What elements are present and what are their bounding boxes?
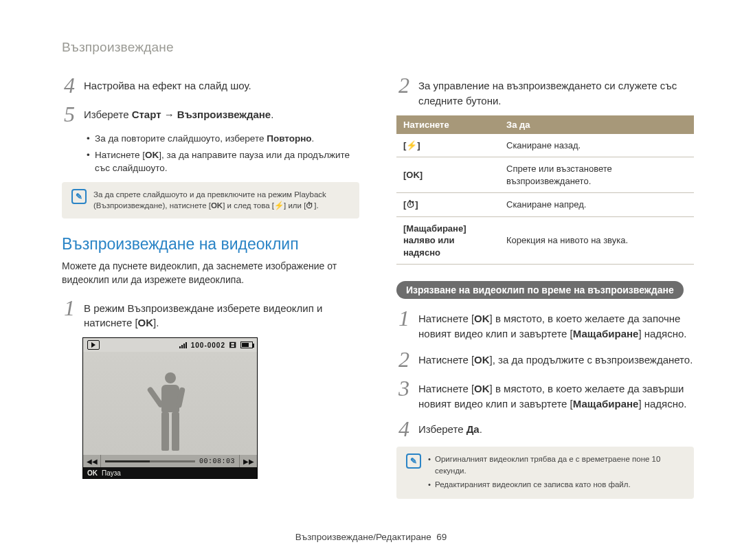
step-text: Натиснете [OK], за да продължите с възпр… bbox=[418, 348, 693, 370]
step-number: 2 bbox=[396, 348, 412, 370]
note-item: Оригиналният видеоклип трябва да е с вре… bbox=[428, 453, 684, 476]
text: Натиснете [ bbox=[95, 150, 145, 160]
step-text: Натиснете [OK] в мястото, в което желает… bbox=[418, 307, 694, 341]
bold-text: Мащабиране bbox=[573, 328, 639, 339]
sub-bullets: За да повторите слайдшоуто, изберете Пов… bbox=[87, 132, 359, 175]
table-row: [⚡] Сканиране назад. bbox=[396, 134, 694, 157]
note-box: ✎ За да спрете слайдшоуто и да превключи… bbox=[62, 182, 359, 219]
table-row: [OK] Спрете или възстановете възпроизвеж… bbox=[396, 157, 694, 193]
trim-step-3: 3 Натиснете [OK] в мястото, в което жела… bbox=[396, 377, 694, 412]
trim-step-4: 4 Изберете Да. bbox=[396, 418, 694, 440]
text: . bbox=[480, 423, 482, 435]
step-5: 5 Изберете Старт → Възпроизвеждане. bbox=[62, 103, 359, 125]
step-text: За управление на възпроизвеждането си сл… bbox=[418, 74, 694, 109]
table-header: За да bbox=[499, 115, 694, 134]
step-number: 3 bbox=[396, 377, 412, 412]
bold-text: Възпроизвеждане bbox=[177, 109, 271, 120]
section-header: Възпроизвеждане bbox=[62, 40, 694, 55]
controls-table: Натиснете За да [⚡] Сканиране назад. [OK… bbox=[396, 115, 694, 265]
two-column-layout: 4 Настройва на ефект на слайд шоу. 5 Изб… bbox=[62, 74, 694, 515]
subsection-heading: Възпроизвеждане на видеоклип bbox=[62, 235, 359, 254]
action-cell: Сканиране назад. bbox=[499, 134, 694, 157]
ok-glyph: OK bbox=[474, 383, 490, 394]
step-text: Изберете Старт → Възпроизвеждане. bbox=[84, 103, 273, 125]
bold-text: Повторно bbox=[267, 133, 311, 144]
bullet-item: За да повторите слайдшоуто, изберете Пов… bbox=[87, 132, 359, 146]
ok-glyph: OK bbox=[211, 201, 223, 210]
video-frame bbox=[83, 352, 257, 455]
video-status-bar: 100-0002 🎞 bbox=[83, 338, 257, 352]
step-text: Натиснете [OK] в мястото, в което желает… bbox=[418, 377, 694, 412]
step-number: 2 bbox=[396, 74, 412, 109]
transport-bar: ◀◀ 00:08:03 ▶▶ bbox=[83, 455, 257, 467]
right-column: 2 За управление на възпроизвеждането си … bbox=[396, 74, 694, 515]
flash-icon: ⚡ bbox=[274, 201, 284, 210]
movie-icon: 🎞 bbox=[229, 341, 236, 349]
text: [Мащабиране] bbox=[403, 223, 493, 235]
text: За да повторите слайдшоуто, изберете bbox=[95, 133, 267, 144]
text: Изберете bbox=[84, 109, 132, 120]
step-1: 1 В режим Възпроизвеждане изберете видео… bbox=[62, 297, 359, 331]
text: В режим Възпроизвеждане изберете видеокл… bbox=[84, 302, 322, 329]
step-number: 1 bbox=[62, 297, 77, 331]
subsection-pill: Изрязване на видеоклип по време на възпр… bbox=[396, 281, 684, 299]
battery-icon bbox=[240, 341, 253, 348]
rewind-icon: ◀◀ bbox=[83, 455, 101, 467]
ok-glyph: OK bbox=[138, 317, 154, 328]
file-counter: 100-0002 bbox=[191, 341, 225, 349]
step-text: В режим Възпроизвеждане изберете видеокл… bbox=[84, 297, 359, 331]
bold-text: Старт bbox=[132, 109, 161, 120]
step-2: 2 За управление на възпроизвеждането си … bbox=[396, 74, 694, 109]
page-footer: Възпроизвеждане/Редактиране 69 bbox=[0, 532, 742, 542]
step-text: Настройва на ефект на слайд шоу. bbox=[84, 74, 251, 96]
volume-bars-icon bbox=[179, 342, 187, 348]
page-number: 69 bbox=[436, 532, 447, 542]
button-cell: [⚡] bbox=[396, 134, 499, 157]
ok-glyph: OK bbox=[87, 469, 98, 477]
ok-glyph: OK bbox=[145, 150, 159, 160]
paragraph: Можете да пуснете видеоклип, да заснемет… bbox=[62, 259, 359, 287]
step-4: 4 Настройва на ефект на слайд шоу. bbox=[62, 74, 359, 96]
forward-icon: ▶▶ bbox=[239, 455, 257, 467]
step-number: 4 bbox=[62, 74, 77, 96]
trim-step-1: 1 Натиснете [OK] в мястото, в което жела… bbox=[396, 307, 694, 341]
table-row: [⏱] Сканиране напред. bbox=[396, 193, 694, 217]
action-cell: Корекция на нивото на звука. bbox=[499, 216, 694, 265]
table-header: Натиснете bbox=[396, 115, 499, 134]
note-body: За да спрете слайдшоуто и да превключите… bbox=[93, 189, 350, 212]
timer-icon: ⏱ bbox=[306, 201, 314, 210]
text: Натиснете [ bbox=[418, 354, 474, 366]
video-player-screenshot: 100-0002 🎞 ◀◀ bbox=[82, 337, 258, 479]
step-number: 1 bbox=[396, 307, 412, 341]
manual-page: Възпроизвеждане 4 Настройва на ефект на … bbox=[0, 0, 742, 560]
table-row: [Мащабиране] наляво или надясно Корекция… bbox=[396, 216, 694, 265]
button-cell: [⏱] bbox=[396, 193, 499, 217]
ok-glyph: OK bbox=[474, 313, 490, 324]
text: ] и след това [ bbox=[223, 201, 274, 210]
text: ] надясно. bbox=[638, 328, 686, 339]
note-box: ✎ Оригиналният видеоклип трябва да е с в… bbox=[396, 447, 694, 499]
step-number: 4 bbox=[396, 418, 412, 440]
bold-text: Мащабиране bbox=[573, 398, 639, 410]
ok-glyph: OK bbox=[474, 354, 490, 366]
left-column: 4 Настройва на ефект на слайд шоу. 5 Изб… bbox=[62, 74, 359, 515]
trim-step-2: 2 Натиснете [OK], за да продължите с въз… bbox=[396, 348, 694, 370]
note-body: Оригиналният видеоклип трябва да е с вре… bbox=[428, 453, 684, 492]
step-number: 5 bbox=[62, 103, 77, 125]
text: наляво или надясно bbox=[403, 234, 493, 258]
footer-text: Възпроизвеждане/Редактиране bbox=[295, 532, 431, 542]
text: ] надясно. bbox=[638, 398, 686, 410]
person-silhouette bbox=[150, 372, 191, 455]
text: ]. bbox=[153, 317, 159, 328]
play-mode-icon bbox=[87, 340, 100, 350]
button-cell: [OK] bbox=[396, 157, 499, 193]
bold-text: Да bbox=[466, 423, 480, 435]
step-text: Изберете Да. bbox=[418, 418, 482, 440]
text: → bbox=[161, 109, 177, 120]
text: Натиснете [ bbox=[418, 383, 474, 394]
text: Натиснете [ bbox=[418, 313, 474, 324]
video-bottom-bar: OK Пауза bbox=[83, 467, 257, 478]
action-cell: Сканиране напред. bbox=[499, 193, 694, 217]
text: Изберете bbox=[418, 423, 466, 435]
text: . bbox=[312, 133, 315, 144]
